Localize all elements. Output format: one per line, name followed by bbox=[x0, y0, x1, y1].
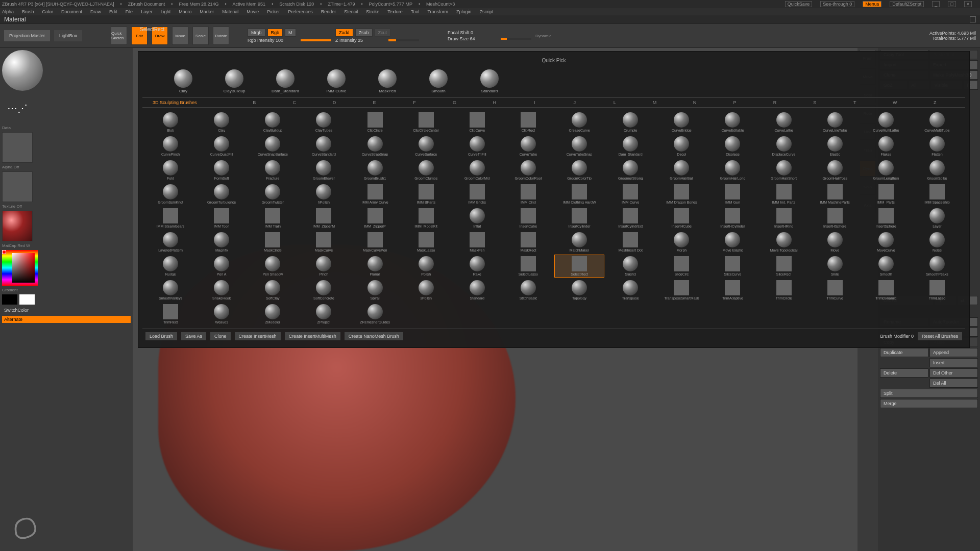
brush-immzipperp[interactable]: IMM_ZipperP bbox=[350, 207, 400, 230]
brush-groomturbulence[interactable]: GroomTurbulence bbox=[197, 183, 247, 206]
brush-movetopological[interactable]: Move Topological bbox=[759, 231, 809, 254]
brush-morph[interactable]: Morph bbox=[656, 231, 706, 254]
menu-transform[interactable]: Transform bbox=[427, 9, 448, 14]
brush-clipcircle[interactable]: ClipCircle bbox=[350, 111, 400, 134]
brush-noise[interactable]: Noise bbox=[912, 231, 962, 254]
rotate-button[interactable]: Rotate bbox=[213, 27, 229, 45]
brush-clipcurve[interactable]: ClipCurve bbox=[452, 111, 502, 134]
brush-zmodeler[interactable]: ZModeler bbox=[248, 303, 298, 325]
brush-spolish[interactable]: sPolish bbox=[401, 279, 451, 302]
brush-immgun[interactable]: IMM Gun bbox=[707, 183, 757, 206]
rgb-toggle[interactable]: Rgb bbox=[267, 29, 283, 37]
menu-texture[interactable]: Texture bbox=[387, 9, 403, 14]
brush-insertcylndrext[interactable]: InsertCylndrExt bbox=[605, 207, 655, 230]
brush-immindparts[interactable]: IMM Ind. Parts bbox=[759, 183, 809, 206]
filter-letter-l[interactable]: L bbox=[595, 100, 634, 105]
filter-letter-b[interactable]: B bbox=[234, 100, 274, 105]
split-button[interactable]: Split bbox=[880, 389, 978, 398]
menu-alpha[interactable]: Alpha bbox=[2, 9, 14, 14]
create-insertmesh-button[interactable]: Create InsertMesh bbox=[235, 332, 281, 340]
brush-pena[interactable]: Pen A bbox=[197, 255, 247, 278]
quickpick-dam_standard[interactable]: Dam_Standard bbox=[265, 69, 306, 93]
brush-claybuildup[interactable]: ClayBuildup bbox=[248, 111, 298, 134]
menu-stencil[interactable]: Stencil bbox=[344, 9, 358, 14]
primary-color-swatch[interactable] bbox=[19, 294, 35, 305]
menu-layer[interactable]: Layer bbox=[141, 9, 153, 14]
brush-slicecirc[interactable]: SliceCirc bbox=[656, 255, 706, 278]
brush-flakes[interactable]: Flakes bbox=[861, 135, 911, 158]
brush-clipcirclecenter[interactable]: ClipCircleCenter bbox=[401, 111, 451, 134]
brush-immmodelkit[interactable]: IMM_ModelKit bbox=[401, 207, 451, 230]
brush-clay[interactable]: Clay bbox=[197, 111, 247, 134]
brush-immcurve[interactable]: IMM Curve bbox=[605, 183, 655, 206]
brush-polish[interactable]: Polish bbox=[401, 255, 451, 278]
projection-master-button[interactable]: Projection Master bbox=[4, 30, 50, 41]
brush-groomerstrong[interactable]: GroomerStrong bbox=[605, 159, 655, 182]
brush-planar[interactable]: Planar bbox=[350, 255, 400, 278]
brush-immarmycurve[interactable]: IMM Army Curve bbox=[350, 183, 400, 206]
brush-zremesherguides[interactable]: ZRemesherGuides bbox=[350, 303, 400, 325]
brush-creasecurve[interactable]: CreaseCurve bbox=[554, 111, 604, 134]
brush-groomclumps[interactable]: GroomClumps bbox=[401, 159, 451, 182]
brush-displace[interactable]: Displace bbox=[707, 135, 757, 158]
brush-modifier-slider[interactable]: Brush Modifier 0 bbox=[880, 334, 914, 339]
brush-blob[interactable]: Blob bbox=[145, 111, 195, 134]
z-intensity-slider[interactable]: Z Intensity 25 bbox=[335, 38, 386, 43]
texture-thumbnail[interactable] bbox=[2, 171, 33, 202]
dynamic-toggle[interactable]: Dynamic bbox=[535, 34, 551, 38]
brush-groomcolorroot[interactable]: GroomColorRoot bbox=[503, 159, 553, 182]
brush-pinch[interactable]: Pinch bbox=[299, 255, 349, 278]
filter-letter-h[interactable]: H bbox=[475, 100, 514, 105]
brush-selectlasso[interactable]: SelectLasso bbox=[503, 255, 553, 278]
m-toggle[interactable]: M bbox=[285, 29, 296, 37]
brush-matchmaker[interactable]: MatchMaker bbox=[554, 231, 604, 254]
brush-groomspinknot[interactable]: GroomSpinKnot bbox=[145, 183, 195, 206]
brush-transpose[interactable]: Transpose bbox=[605, 279, 655, 302]
secondary-color-swatch[interactable] bbox=[2, 294, 17, 305]
brush-inserthcube[interactable]: InsertHCube bbox=[656, 207, 706, 230]
brush-inserthsphere[interactable]: InsertHSphere bbox=[810, 207, 860, 230]
menu-stroke[interactable]: Stroke bbox=[366, 9, 379, 14]
brush-trimlasso[interactable]: TrimLasso bbox=[912, 279, 962, 302]
brush-flatten[interactable]: Flatten bbox=[912, 135, 962, 158]
delete-button[interactable]: Delete bbox=[880, 368, 928, 378]
brush-insertsphere[interactable]: InsertSphere bbox=[861, 207, 911, 230]
brush-meshinsertdot[interactable]: MeshInsert Dot bbox=[605, 231, 655, 254]
default-zscript[interactable]: DefaultZScript bbox=[890, 1, 924, 7]
menu-tool[interactable]: Tool bbox=[411, 9, 420, 14]
filter-letter-e[interactable]: E bbox=[354, 100, 394, 105]
filter-letter-f[interactable]: F bbox=[395, 100, 434, 105]
brush-groomblower[interactable]: GroomBlower bbox=[299, 159, 349, 182]
brush-trimdynamic[interactable]: TrimDynamic bbox=[861, 279, 911, 302]
brush-weave1[interactable]: Weave1 bbox=[197, 303, 247, 325]
brush-trimadaptive[interactable]: TrimAdaptive bbox=[707, 279, 757, 302]
menu-document[interactable]: Document bbox=[61, 9, 82, 14]
create-nanomesh-button[interactable]: Create NanoMesh Brush bbox=[345, 332, 403, 340]
delother-button[interactable]: Del Other bbox=[929, 368, 978, 378]
brush-groomhairtoss[interactable]: GroomHairToss bbox=[810, 159, 860, 182]
brush-groomhairlong[interactable]: GroomHairLong bbox=[707, 159, 757, 182]
draw-size-slider[interactable]: Draw Size 64 bbox=[448, 36, 499, 41]
brush-formsoft[interactable]: FormSoft bbox=[197, 159, 247, 182]
load-brush-button[interactable]: Load Brush bbox=[145, 332, 177, 340]
brush-groomcolormid[interactable]: GroomColorMid bbox=[452, 159, 502, 182]
brush-insertcube[interactable]: InsertCube bbox=[503, 207, 553, 230]
brush-spiral[interactable]: Spiral bbox=[350, 279, 400, 302]
zsub-toggle[interactable]: Zsub bbox=[355, 29, 373, 37]
clone-brush-button[interactable]: Clone bbox=[210, 332, 231, 340]
brush-curvestrapsnap[interactable]: CurveStrapSnap bbox=[350, 135, 400, 158]
brush-nudge[interactable]: Nudge bbox=[145, 255, 195, 278]
brush-smoothvalleys[interactable]: SmoothValleys bbox=[145, 279, 195, 302]
move-button[interactable]: Move bbox=[172, 27, 188, 45]
filter-letter-w[interactable]: W bbox=[875, 100, 915, 105]
filter-letter-t[interactable]: T bbox=[835, 100, 875, 105]
filter-letter-p[interactable]: P bbox=[715, 100, 754, 105]
brush-curvetube[interactable]: CurveTube bbox=[503, 135, 553, 158]
alpha-thumbnail[interactable] bbox=[2, 132, 33, 163]
quickpick-clay[interactable]: Clay bbox=[163, 69, 204, 93]
menu-picker[interactable]: Picker bbox=[267, 9, 280, 14]
brush-groombrush1[interactable]: GroomBrush1 bbox=[350, 159, 400, 182]
alternate-button[interactable]: Alternate bbox=[2, 316, 131, 323]
brush-insertcylinder[interactable]: InsertCylinder bbox=[554, 207, 604, 230]
menu-material[interactable]: Material bbox=[222, 9, 238, 14]
